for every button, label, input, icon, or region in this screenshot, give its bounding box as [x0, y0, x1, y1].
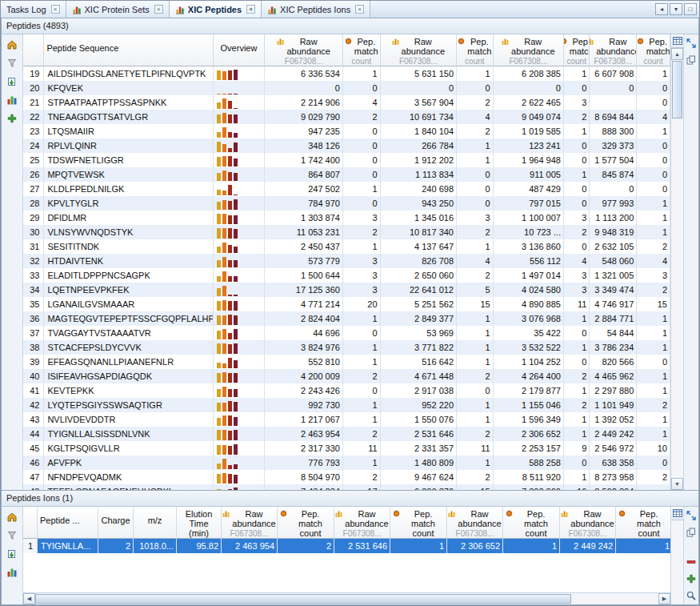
- raw-abundance-cell[interactable]: 10 817 340: [381, 225, 457, 239]
- peptide-sequence-cell[interactable]: TYIGNLLALSISSDNLVNK: [44, 427, 213, 441]
- export-button[interactable]: [5, 75, 19, 88]
- pep-match-cell[interactable]: 0: [564, 81, 590, 95]
- pep-match-cell[interactable]: 1: [457, 66, 494, 81]
- raw-abundance-cell[interactable]: 2 917 038: [381, 383, 457, 398]
- add-button[interactable]: [684, 572, 698, 585]
- pep-match-cell[interactable]: 0: [457, 383, 494, 398]
- raw-abundance-cell[interactable]: 6 208 385: [494, 66, 564, 81]
- raw-abundance-cell[interactable]: 952 220: [381, 398, 457, 412]
- raw-abundance-cell[interactable]: 17 125 360: [265, 283, 342, 297]
- pep-match-cell[interactable]: 2: [637, 239, 670, 254]
- overview-chart[interactable]: [214, 167, 266, 182]
- column-header-num[interactable]: [23, 34, 44, 66]
- pep-match-cell[interactable]: 2: [343, 427, 381, 441]
- raw-abundance-cell[interactable]: 548 060: [590, 254, 637, 268]
- pep-match-cell[interactable]: 2: [343, 369, 381, 383]
- raw-abundance-cell[interactable]: 3 824 976: [265, 340, 342, 355]
- overview-chart[interactable]: [214, 484, 266, 490]
- raw-abundance-cell[interactable]: 2 531 646: [334, 539, 390, 553]
- overview-chart[interactable]: [214, 398, 266, 412]
- column-header-raw-abundance-3[interactable]: Raw abundanceF067308...: [494, 34, 564, 66]
- overview-chart[interactable]: [214, 470, 266, 484]
- pep-match-cell[interactable]: 1: [637, 225, 670, 239]
- pep-match-cell[interactable]: 0: [343, 326, 381, 340]
- table-row[interactable]: 32HTDAIVTENK573 7793826 7084556 1124548 …: [23, 254, 670, 268]
- raw-abundance-cell[interactable]: 247 502: [265, 182, 342, 196]
- pep-match-cell[interactable]: 4: [564, 254, 590, 268]
- pep-match-cell[interactable]: 1: [637, 427, 670, 441]
- pep-match-cell[interactable]: 1: [564, 470, 590, 484]
- tab-tasks-log[interactable]: Tasks Log ×: [1, 1, 66, 18]
- pep-match-cell[interactable]: 0: [564, 153, 590, 167]
- peptide-sequence-cell[interactable]: LYQTEPSGIYSSWSAQTIGR: [44, 398, 213, 412]
- raw-abundance-cell[interactable]: 556 112: [494, 254, 564, 268]
- pep-match-cell[interactable]: 1: [457, 398, 494, 412]
- remove-button[interactable]: [684, 556, 698, 568]
- pep-match-cell[interactable]: 1: [343, 340, 381, 355]
- pep-match-cell[interactable]: 1: [343, 182, 381, 196]
- overview-chart[interactable]: [214, 355, 266, 369]
- raw-abundance-cell[interactable]: 2 463 954: [265, 427, 342, 441]
- raw-abundance-cell[interactable]: 7 303 860: [494, 484, 564, 490]
- raw-abundance-cell[interactable]: 8 273 958: [590, 470, 637, 484]
- raw-abundance-cell[interactable]: 1 500 644: [265, 268, 342, 283]
- table-settings-button[interactable]: [671, 34, 683, 48]
- column-header-pep-match-count-3[interactable]: Pep. match count: [503, 507, 560, 539]
- overview-chart[interactable]: [214, 412, 266, 427]
- charge-cell[interactable]: 2: [98, 539, 134, 553]
- overview-chart[interactable]: [214, 225, 266, 239]
- pep-match-cell[interactable]: 5: [457, 283, 494, 297]
- overview-chart[interactable]: [214, 340, 266, 355]
- pep-match-cell[interactable]: 0: [343, 383, 381, 398]
- raw-abundance-cell[interactable]: 1 217 067: [265, 412, 342, 427]
- ions-vertical-scrollbar[interactable]: [670, 507, 683, 604]
- pep-match-cell[interactable]: 0: [637, 95, 670, 110]
- peptide-sequence-cell[interactable]: DFIDLMR: [44, 211, 213, 225]
- raw-abundance-cell[interactable]: 4 671 448: [381, 369, 457, 383]
- column-header-peptide[interactable]: Peptide ...: [38, 507, 98, 539]
- pep-match-cell[interactable]: 1: [457, 412, 494, 427]
- pep-match-cell[interactable]: 2: [637, 470, 670, 484]
- raw-abundance-cell[interactable]: [590, 95, 637, 110]
- scrollbar-thumb[interactable]: [35, 594, 571, 604]
- copy-button[interactable]: [684, 54, 698, 66]
- pep-match-cell[interactable]: 1: [637, 196, 670, 211]
- raw-abundance-cell[interactable]: 1 550 076: [381, 412, 457, 427]
- raw-abundance-cell[interactable]: 1 497 014: [494, 268, 564, 283]
- raw-abundance-cell[interactable]: 2 449 242: [590, 427, 637, 441]
- overview-chart[interactable]: [214, 283, 266, 297]
- peptide-sequence-cell[interactable]: LTQSMAIIR: [44, 124, 213, 138]
- pep-match-cell[interactable]: 1: [616, 539, 670, 553]
- table-row[interactable]: 44TYIGNLLALSISSDNLVNK2 463 95422 531 646…: [23, 427, 670, 441]
- peptide-sequence-cell[interactable]: KPVLTYGLR: [44, 196, 213, 211]
- tab-xic-peptides[interactable]: XIC Peptides ×: [170, 1, 262, 18]
- raw-abundance-cell[interactable]: 44 696: [265, 326, 342, 340]
- peptide-sequence-cell[interactable]: HTDAIVTENK: [44, 254, 213, 268]
- table-row[interactable]: 39EFEAGSQNANLLPIAANEFNLR552 8101516 6421…: [23, 355, 670, 369]
- pep-match-cell[interactable]: 0: [457, 81, 494, 95]
- raw-abundance-cell[interactable]: 2 306 652: [447, 539, 503, 553]
- overview-chart[interactable]: [214, 268, 266, 283]
- raw-abundance-cell[interactable]: 4 264 400: [494, 369, 564, 383]
- pep-match-cell[interactable]: 1: [343, 66, 381, 81]
- raw-abundance-cell[interactable]: 5 631 150: [381, 66, 457, 81]
- pep-match-cell[interactable]: 1: [390, 539, 447, 553]
- pep-match-cell[interactable]: 1: [343, 398, 381, 412]
- raw-abundance-cell[interactable]: 977 993: [590, 196, 637, 211]
- raw-abundance-cell[interactable]: 1 345 016: [381, 211, 457, 225]
- pep-match-cell[interactable]: 1: [457, 138, 494, 153]
- raw-abundance-cell[interactable]: 123 241: [494, 138, 564, 153]
- peptide-sequence-cell[interactable]: SESITITNDK: [44, 239, 213, 254]
- raw-abundance-cell[interactable]: 888 300: [590, 124, 637, 138]
- column-header-pep-match-3[interactable]: Pep. matchcount: [564, 34, 590, 66]
- scroll-down-button[interactable]: ▼: [671, 478, 683, 490]
- column-header-raw-abundance-1[interactable]: Raw abundanceF067308...: [222, 507, 278, 539]
- pep-match-cell[interactable]: 1: [457, 355, 494, 369]
- table-row[interactable]: 25TDSWFNETLIGGR1 742 40001 912 20211 964…: [23, 153, 670, 167]
- raw-abundance-cell[interactable]: 638 358: [590, 456, 637, 470]
- raw-abundance-cell[interactable]: 11 053 231: [265, 225, 342, 239]
- table-row[interactable]: 45KGLTPSQIGVLLR2 317 330112 331 357112 2…: [23, 441, 670, 456]
- pep-match-cell[interactable]: 0: [343, 138, 381, 153]
- peptide-sequence-cell[interactable]: LQETNPEEVPKFEK: [44, 283, 213, 297]
- pep-match-cell[interactable]: 2: [564, 369, 590, 383]
